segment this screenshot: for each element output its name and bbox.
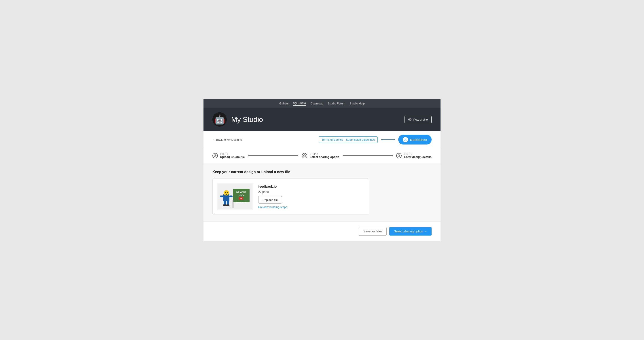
step-1-info: STEP 1 Upload Studio file xyxy=(220,153,245,158)
step-2-info: STEP 2 Select sharing option xyxy=(310,153,339,158)
svg-point-1 xyxy=(410,118,410,120)
callout-bubble: A Guidelines xyxy=(398,135,432,144)
svg-point-14 xyxy=(224,190,229,196)
step-1-name: Upload Studio file xyxy=(220,155,245,158)
avatar: 🤖 xyxy=(212,112,227,126)
svg-point-4 xyxy=(398,154,400,157)
svg-text:❤: ❤ xyxy=(240,198,242,200)
svg-text:FEEDBACK: FEEDBACK xyxy=(236,202,246,204)
callout-connector-line xyxy=(381,139,395,140)
guidelines-links-box: Terms of Service Submission guidelines xyxy=(319,136,378,143)
file-preview-svg: WE WANT YOUR ❤ FEEDBACK xyxy=(218,184,252,209)
svg-rect-18 xyxy=(230,196,232,197)
callout-text: Guidelines xyxy=(410,138,427,142)
step-connector-1-2 xyxy=(248,156,298,156)
view-profile-button[interactable]: View profile xyxy=(404,116,432,123)
replace-file-button[interactable]: Replace file xyxy=(258,196,282,204)
step-3: STEP 3 Enter design details xyxy=(396,153,432,158)
callout-letter: A xyxy=(403,137,408,142)
svg-rect-17 xyxy=(220,196,223,197)
step-3-check-icon xyxy=(398,154,400,157)
step-1: STEP 1 Upload Studio file xyxy=(212,153,245,158)
step-1-check-icon xyxy=(214,154,216,157)
step-3-name: Enter design details xyxy=(404,155,432,158)
file-info: feedback.io 27 parts Replace file Previe… xyxy=(258,184,287,209)
svg-point-16 xyxy=(227,192,228,193)
svg-text:YOUR: YOUR xyxy=(238,194,244,196)
save-for-later-button[interactable]: Save for later xyxy=(359,227,386,236)
view-profile-label: View profile xyxy=(413,118,428,121)
nav-studio-help[interactable]: Studio Help xyxy=(350,102,365,105)
callout-wrapper: Terms of Service Submission guidelines A… xyxy=(319,135,432,144)
top-nav: Gallery My Studio Download Studio Forum … xyxy=(204,99,440,108)
nav-download[interactable]: Download xyxy=(310,102,323,105)
svg-rect-22 xyxy=(226,204,230,206)
step-1-label: STEP 1 xyxy=(220,153,245,155)
submission-guidelines-link[interactable]: Submission guidelines xyxy=(346,138,375,141)
footer-actions: Save for later Select sharing option → xyxy=(204,222,440,241)
header-banner: 🤖 My Studio View profile xyxy=(204,108,440,131)
header-left: 🤖 My Studio xyxy=(212,112,263,126)
svg-rect-21 xyxy=(223,204,226,206)
terms-of-service-link[interactable]: Terms of Service xyxy=(322,138,343,141)
profile-icon xyxy=(408,118,412,121)
step-3-label: STEP 3 xyxy=(404,153,432,155)
svg-text:WE WANT: WE WANT xyxy=(236,191,246,193)
main-content: ← Back to My Designs Terms of Service Su… xyxy=(204,131,440,241)
step-2: STEP 2 Select sharing option xyxy=(302,153,339,158)
step-3-circle xyxy=(396,153,402,158)
file-card: WE WANT YOUR ❤ FEEDBACK xyxy=(212,178,369,215)
step-2-name: Select sharing option xyxy=(310,155,339,158)
step-3-info: STEP 3 Enter design details xyxy=(404,153,432,158)
step-2-check-icon xyxy=(303,154,306,157)
step-connector-2-3 xyxy=(343,156,393,156)
svg-point-2 xyxy=(214,154,216,157)
steps-bar: STEP 1 Upload Studio file STEP 2 Select … xyxy=(204,148,440,163)
studio-title: My Studio xyxy=(231,116,263,124)
step-1-circle xyxy=(212,153,218,158)
svg-point-3 xyxy=(304,154,306,157)
file-name: feedback.io xyxy=(258,184,287,188)
file-parts: 27 parts xyxy=(258,190,287,194)
nav-my-studio[interactable]: My Studio xyxy=(293,101,306,106)
nav-gallery[interactable]: Gallery xyxy=(279,102,288,105)
back-link[interactable]: ← Back to My Designs xyxy=(212,138,242,141)
svg-point-15 xyxy=(225,192,226,193)
step-2-circle xyxy=(302,153,307,158)
nav-studio-forum[interactable]: Studio Forum xyxy=(328,102,345,105)
select-sharing-button[interactable]: Select sharing option → xyxy=(389,227,432,236)
file-preview-thumbnail: WE WANT YOUR ❤ FEEDBACK xyxy=(217,183,253,210)
svg-rect-12 xyxy=(232,200,234,208)
breadcrumb-bar: ← Back to My Designs Terms of Service Su… xyxy=(204,131,440,148)
content-section: Keep your current design or upload a new… xyxy=(204,163,440,222)
step-2-label: STEP 2 xyxy=(310,153,339,155)
preview-building-steps-link[interactable]: Preview building steps xyxy=(258,205,287,209)
section-title: Keep your current design or upload a new… xyxy=(212,170,432,174)
